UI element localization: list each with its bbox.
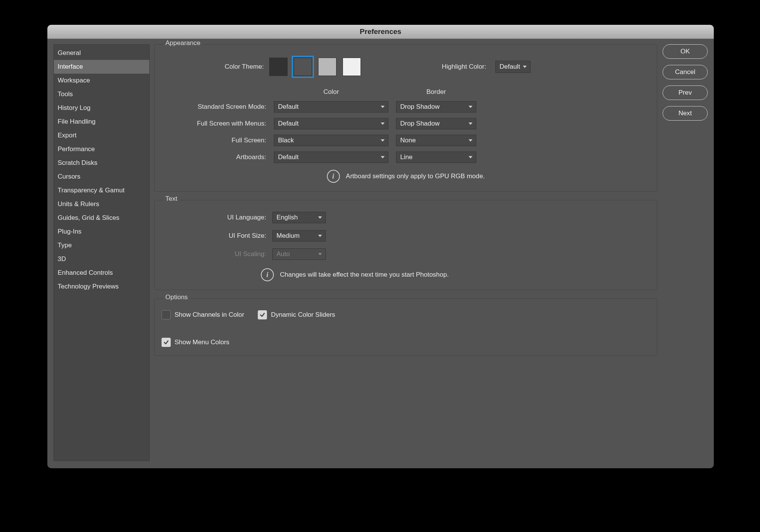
ui-font-size-value: Medium [277,232,299,240]
ui-language-select[interactable]: English [272,212,326,223]
sidebar-item-units-rulers[interactable]: Units & Rulers [54,197,149,211]
sidebar-item-cursors[interactable]: Cursors [54,170,149,184]
sidebar-item-general[interactable]: General [54,46,149,60]
fullscreen-menus-border-select[interactable]: Drop Shadow [396,118,476,129]
theme-swatch-light[interactable] [318,58,336,76]
artboards-color-select[interactable]: Default [274,152,388,163]
ui-font-size-label: UI Font Size: [162,232,266,240]
fullscreen-label: Full Screen: [162,137,266,144]
window-title: Preferences [360,27,401,36]
appearance-section: Appearance Color Theme: Highlight Color:… [154,44,657,192]
appearance-legend: Appearance [163,39,203,47]
artboards-color-value: Default [278,153,299,161]
sidebar-item-type[interactable]: Type [54,239,149,252]
highlight-color-label: Highlight Color: [384,63,492,71]
fullscreen-menus-color-value: Default [278,120,299,127]
fullscreen-color-select[interactable]: Black [274,135,388,146]
color-theme-swatches [269,58,361,76]
sidebar-item-export[interactable]: Export [54,129,149,142]
screen-mode-grid: Color Border Standard Screen Mode: Defau… [162,88,650,163]
next-button[interactable]: Next [663,106,708,121]
checkbox-icon [258,310,267,319]
cancel-button[interactable]: Cancel [663,65,708,79]
standard-screen-color-select[interactable]: Default [274,101,388,113]
ui-language-label: UI Language: [162,214,266,221]
sidebar-item-plugins[interactable]: Plug-Ins [54,225,149,239]
highlight-color-select[interactable]: Default [495,61,530,73]
artboards-border-select[interactable]: Line [396,152,476,163]
text-legend: Text [163,195,179,203]
text-info-text: Changes will take effect the next time y… [280,271,449,279]
ui-font-size-select[interactable]: Medium [272,230,326,242]
sidebar-item-scratch-disks[interactable]: Scratch Disks [54,156,149,170]
standard-screen-color-value: Default [278,103,299,111]
options-section: Options Show Channels in Color [154,298,657,356]
ui-scaling-label: UI Scaling: [162,250,266,258]
options-legend: Options [163,293,190,301]
sidebar: General Interface Workspace Tools Histor… [53,44,150,461]
titlebar: Preferences [47,25,714,39]
fullscreen-border-select[interactable]: None [396,135,476,146]
highlight-color-value: Default [500,63,520,71]
sidebar-item-workspace[interactable]: Workspace [54,74,149,87]
sidebar-item-enhanced-controls[interactable]: Enhanced Controls [54,266,149,280]
fullscreen-menus-label: Full Screen with Menus: [162,120,266,127]
fullscreen-menus-border-value: Drop Shadow [400,120,440,127]
sidebar-item-technology-previews[interactable]: Technology Previews [54,280,149,293]
artboards-border-value: Line [400,153,412,161]
text-section: Text UI Language: English UI Font Size: … [154,200,657,290]
sidebar-item-interface[interactable]: Interface [54,60,149,74]
fullscreen-color-value: Black [278,137,294,144]
color-theme-label: Color Theme: [162,63,269,71]
sidebar-item-guides-grid-slices[interactable]: Guides, Grid & Slices [54,211,149,225]
show-menu-colors-label: Show Menu Colors [175,339,230,346]
theme-swatch-darkest[interactable] [269,58,288,76]
fullscreen-border-value: None [400,137,416,144]
dialog-buttons: OK Cancel Prev Next [663,44,708,461]
dynamic-sliders-label: Dynamic Color Sliders [271,311,335,319]
info-icon: i [327,170,340,183]
info-icon: i [261,268,274,281]
checkbox-icon [162,338,171,347]
sidebar-item-file-handling[interactable]: File Handling [54,115,149,129]
sidebar-item-transparency-gamut[interactable]: Transparency & Gamut [54,184,149,197]
ui-scaling-select: Auto [272,248,326,260]
ui-scaling-value: Auto [277,250,290,258]
standard-screen-border-select[interactable]: Drop Shadow [396,101,476,113]
sidebar-item-history-log[interactable]: History Log [54,101,149,115]
show-menu-colors-checkbox[interactable]: Show Menu Colors [162,338,230,347]
standard-screen-border-value: Drop Shadow [400,103,440,111]
checkbox-icon [162,310,171,319]
standard-screen-label: Standard Screen Mode: [162,103,266,111]
show-channels-checkbox[interactable]: Show Channels in Color [162,310,244,319]
ok-button[interactable]: OK [663,44,708,59]
fullscreen-menus-color-select[interactable]: Default [274,118,388,129]
sidebar-item-tools[interactable]: Tools [54,87,149,101]
theme-swatch-lightest[interactable] [343,58,361,76]
column-color: Color [274,88,388,96]
column-border: Border [396,88,476,96]
prev-button[interactable]: Prev [663,85,708,100]
sidebar-item-performance[interactable]: Performance [54,142,149,156]
show-channels-label: Show Channels in Color [175,311,244,319]
artboards-label: Artboards: [162,153,266,161]
appearance-info-text: Artboard settings only apply to GPU RGB … [346,172,485,180]
sidebar-item-3d[interactable]: 3D [54,252,149,266]
preferences-window: Preferences General Interface Workspace … [47,25,714,468]
theme-swatch-dark[interactable] [294,58,312,76]
ui-language-value: English [277,214,298,221]
dynamic-sliders-checkbox[interactable]: Dynamic Color Sliders [258,310,335,319]
